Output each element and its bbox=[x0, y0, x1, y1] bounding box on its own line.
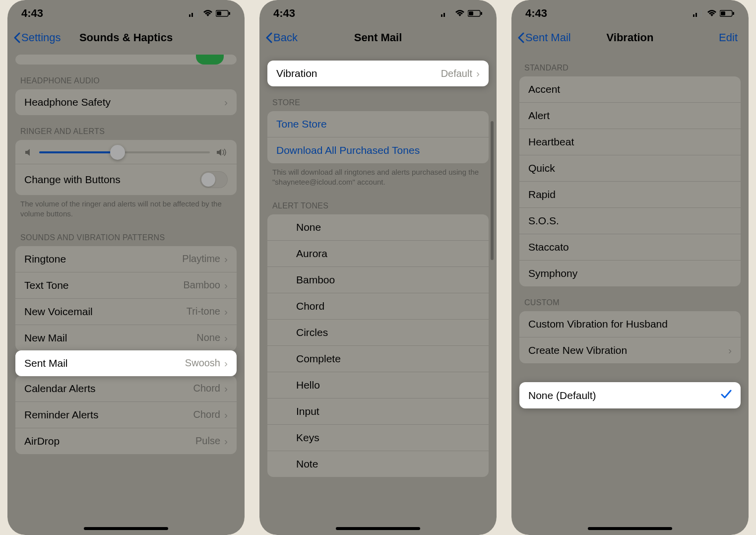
toggle-change-buttons[interactable] bbox=[200, 171, 228, 188]
group-headphone: Headphone Safety › bbox=[15, 89, 237, 115]
chevron-right-icon: › bbox=[224, 96, 228, 108]
chevron-right-icon: › bbox=[224, 253, 228, 265]
content: HEADPHONE AUDIO Headphone Safety › RINGE… bbox=[7, 52, 245, 535]
row-calendar-alerts[interactable]: Calendar AlertsChord› bbox=[15, 376, 237, 402]
row-airdrop[interactable]: AirDropPulse› bbox=[15, 428, 237, 454]
chevron-right-icon: › bbox=[224, 383, 228, 395]
ringer-note: The volume of the ringer and alerts will… bbox=[7, 195, 245, 221]
back-button[interactable]: Back bbox=[265, 31, 298, 44]
row-new-mail[interactable]: New MailNone› bbox=[15, 325, 237, 351]
status-icons bbox=[189, 10, 231, 17]
chevron-right-icon: › bbox=[476, 67, 480, 79]
row-download-all[interactable]: Download All Purchased Tones bbox=[267, 137, 489, 163]
svg-rect-0 bbox=[189, 14, 190, 17]
chevron-left-icon bbox=[13, 32, 20, 43]
row-tone-chord[interactable]: Chord bbox=[267, 293, 489, 320]
status-time: 4:43 bbox=[273, 7, 295, 20]
chevron-right-icon: › bbox=[224, 279, 228, 291]
download-note: This will download all ringtones and ale… bbox=[259, 163, 497, 190]
phone-vibration: 4:43 Sent Mail Vibration Edit STANDARD A… bbox=[511, 0, 749, 535]
back-button[interactable]: Settings bbox=[13, 31, 61, 44]
row-none-default[interactable]: None (Default) bbox=[519, 382, 741, 408]
page-title: Sent Mail bbox=[354, 31, 402, 44]
svg-rect-15 bbox=[695, 13, 697, 17]
row-tone-complete[interactable]: Complete bbox=[267, 346, 489, 372]
row-vibration[interactable]: Vibration Default › bbox=[267, 61, 489, 86]
svg-rect-17 bbox=[700, 10, 702, 17]
chevron-right-icon: › bbox=[224, 332, 228, 344]
svg-rect-12 bbox=[469, 11, 473, 15]
row-headphone-safety[interactable]: Headphone Safety › bbox=[15, 89, 237, 115]
section-headphone-audio: HEADPHONE AUDIO bbox=[7, 65, 245, 89]
row-tone-bamboo[interactable]: Bamboo bbox=[267, 267, 489, 293]
volume-low-icon bbox=[24, 148, 33, 157]
row-quick[interactable]: Quick bbox=[519, 155, 741, 182]
wifi-icon bbox=[203, 10, 213, 17]
chevron-right-icon: › bbox=[224, 435, 228, 447]
nav-bar: Sent Mail Vibration Edit bbox=[511, 24, 749, 52]
volume-slider-row[interactable] bbox=[15, 140, 237, 164]
svg-rect-16 bbox=[698, 11, 699, 17]
row-heartbeat[interactable]: Heartbeat bbox=[519, 129, 741, 155]
back-button[interactable]: Sent Mail bbox=[517, 31, 571, 44]
wifi-icon bbox=[455, 10, 465, 17]
row-sent-mail[interactable]: Sent MailSwoosh› bbox=[15, 350, 237, 376]
svg-rect-10 bbox=[448, 10, 450, 17]
section-alert-tones: ALERT TONES bbox=[259, 190, 497, 214]
section-ringer-alerts: RINGER AND ALERTS bbox=[7, 115, 245, 140]
row-tone-input[interactable]: Input bbox=[267, 399, 489, 425]
toggle-peek bbox=[196, 55, 224, 65]
group-store: Tone Store Download All Purchased Tones bbox=[267, 111, 489, 163]
status-bar: 4:43 bbox=[259, 0, 497, 24]
row-rapid[interactable]: Rapid bbox=[519, 182, 741, 208]
phone-sounds-haptics: 4:43 Settings Sounds & Haptics HEADPHONE… bbox=[7, 0, 245, 535]
battery-icon bbox=[720, 10, 735, 17]
svg-rect-1 bbox=[191, 13, 193, 17]
row-new-voicemail[interactable]: New VoicemailTri-tone› bbox=[15, 299, 237, 325]
row-tone-store[interactable]: Tone Store bbox=[267, 111, 489, 137]
edit-button[interactable]: Edit bbox=[719, 31, 738, 44]
row-tone-hello[interactable]: Hello bbox=[267, 372, 489, 399]
battery-icon bbox=[468, 10, 483, 17]
volume-high-icon bbox=[216, 148, 228, 157]
back-label: Back bbox=[273, 31, 298, 44]
svg-rect-3 bbox=[196, 10, 198, 17]
signal-icon bbox=[693, 10, 704, 17]
scroll-indicator bbox=[491, 121, 494, 260]
chevron-left-icon bbox=[265, 32, 272, 43]
row-tone-note[interactable]: Note bbox=[267, 451, 489, 477]
back-label: Settings bbox=[21, 31, 61, 44]
row-ringtone[interactable]: RingtonePlaytime› bbox=[15, 246, 237, 272]
home-indicator[interactable] bbox=[336, 527, 420, 530]
status-time: 4:43 bbox=[21, 7, 43, 20]
highlight-none-default: None (Default) bbox=[519, 382, 741, 408]
row-reminder-alerts[interactable]: Reminder AlertsChord› bbox=[15, 402, 237, 428]
row-accent[interactable]: Accent bbox=[519, 76, 741, 103]
row-alert[interactable]: Alert bbox=[519, 103, 741, 129]
row-symphony[interactable]: Symphony bbox=[519, 261, 741, 286]
row-text-tone[interactable]: Text ToneBamboo› bbox=[15, 272, 237, 299]
wifi-icon bbox=[707, 10, 717, 17]
slider-track[interactable] bbox=[39, 151, 210, 153]
checkmark-icon bbox=[721, 389, 732, 401]
home-indicator[interactable] bbox=[588, 527, 672, 530]
status-icons bbox=[441, 10, 483, 17]
row-tone-aurora[interactable]: Aurora bbox=[267, 241, 489, 267]
group-alert-tones: None Aurora Bamboo Chord Circles Complet… bbox=[267, 214, 489, 477]
svg-rect-7 bbox=[441, 14, 442, 17]
row-tone-circles[interactable]: Circles bbox=[267, 320, 489, 346]
row-label: Change with Buttons bbox=[24, 174, 200, 186]
row-custom-husband[interactable]: Custom Vibration for Husband bbox=[519, 311, 741, 337]
row-create-new-vibration[interactable]: Create New Vibration› bbox=[519, 337, 741, 363]
home-indicator[interactable] bbox=[84, 527, 168, 530]
slider-thumb[interactable] bbox=[110, 145, 125, 160]
highlight-vibration: Vibration Default › bbox=[267, 61, 489, 86]
row-label: Headphone Safety bbox=[24, 96, 224, 108]
chevron-right-icon: › bbox=[224, 357, 228, 369]
row-sos[interactable]: S.O.S. bbox=[519, 208, 741, 234]
row-staccato[interactable]: Staccato bbox=[519, 234, 741, 261]
svg-rect-8 bbox=[443, 13, 445, 17]
row-tone-none[interactable]: None bbox=[267, 214, 489, 241]
row-tone-keys[interactable]: Keys bbox=[267, 425, 489, 451]
row-change-buttons[interactable]: Change with Buttons bbox=[15, 164, 237, 195]
